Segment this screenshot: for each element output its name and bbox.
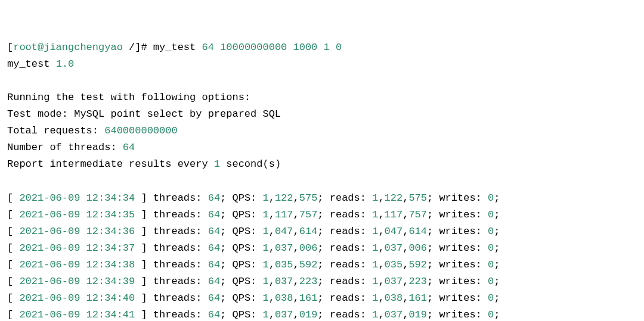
row-open-bracket: [ xyxy=(7,242,19,254)
row-reads-comma2: , xyxy=(402,276,408,287)
row-qps-part1: 1 xyxy=(263,242,269,254)
row-qps-part1: 1 xyxy=(263,292,269,304)
row-close-bracket: ] xyxy=(135,242,147,254)
row-qps-comma2: , xyxy=(293,276,299,287)
row-reads-part3: 161 xyxy=(408,292,427,304)
prompt-close-bracket: ]# xyxy=(135,42,153,53)
row-reads-comma2: , xyxy=(402,209,408,220)
row-qps-part2: 117 xyxy=(275,209,293,220)
program-version: 1.0 xyxy=(56,58,75,70)
row-end: ; xyxy=(494,192,500,204)
row-reads-part1: 1 xyxy=(372,292,378,304)
row-qps-comma2: , xyxy=(293,309,299,320)
row-reads-label: ; reads: xyxy=(317,226,372,237)
row-writes-label: ; writes: xyxy=(427,192,488,204)
row-end: ; xyxy=(494,226,500,237)
row-qps-label: ; QPS: xyxy=(220,309,262,320)
row-open-bracket: [ xyxy=(7,309,19,320)
row-threads-value: 64 xyxy=(208,259,220,270)
row-qps-part3: 575 xyxy=(299,192,318,204)
row-reads-part3: 575 xyxy=(408,192,427,204)
row-reads-part2: 035 xyxy=(385,259,403,270)
row-reads-part1: 1 xyxy=(372,226,378,237)
row-qps-label: ; QPS: xyxy=(220,209,262,220)
row-timestamp: 2021-06-09 12:34:34 xyxy=(19,192,135,204)
row-reads-comma2: , xyxy=(402,226,408,237)
row-reads-part1: 1 xyxy=(372,209,378,220)
row-reads-part2: 038 xyxy=(385,292,403,304)
row-threads-label: threads: xyxy=(147,192,208,204)
program-name: my_test xyxy=(7,58,56,70)
result-rows: [ 2021-06-09 12:34:34 ] threads: 64; QPS… xyxy=(7,190,637,321)
row-qps-comma2: , xyxy=(293,209,299,220)
row-reads-part1: 1 xyxy=(372,259,378,270)
row-qps-part3: 223 xyxy=(299,276,318,287)
row-reads-part3: 592 xyxy=(408,259,427,270)
row-writes-value: 0 xyxy=(488,309,494,320)
row-reads-label: ; reads: xyxy=(317,192,372,204)
row-open-bracket: [ xyxy=(7,259,19,270)
row-reads-label: ; reads: xyxy=(317,292,372,304)
row-reads-part3: 757 xyxy=(408,209,427,220)
row-reads-label: ; reads: xyxy=(317,276,372,287)
row-reads-part1: 1 xyxy=(372,276,378,287)
row-qps-part3: 592 xyxy=(299,259,318,270)
row-open-bracket: [ xyxy=(7,292,19,304)
row-reads-part3: 019 xyxy=(408,309,427,320)
row-timestamp: 2021-06-09 12:34:35 xyxy=(19,209,135,220)
interval-suffix: second(s) xyxy=(220,158,281,170)
row-threads-label: threads: xyxy=(147,209,208,220)
row-qps-part1: 1 xyxy=(263,226,269,237)
row-reads-comma1: , xyxy=(378,259,384,270)
row-reads-comma1: , xyxy=(378,209,384,220)
row-writes-label: ; writes: xyxy=(427,242,488,254)
row-reads-comma1: , xyxy=(378,276,384,287)
row-reads-part1: 1 xyxy=(372,309,378,320)
row-threads-value: 64 xyxy=(208,276,220,287)
row-reads-comma2: , xyxy=(402,259,408,270)
row-writes-value: 0 xyxy=(488,259,494,270)
row-close-bracket: ] xyxy=(135,292,147,304)
prompt-user-host: root@jiangchengyao xyxy=(13,42,129,53)
row-writes-value: 0 xyxy=(488,276,494,287)
row-qps-comma2: , xyxy=(293,242,299,254)
row-close-bracket: ] xyxy=(135,192,147,204)
row-writes-label: ; writes: xyxy=(427,259,488,270)
header-mode: Test mode: MySQL point select by prepare… xyxy=(7,108,281,120)
row-qps-part1: 1 xyxy=(263,259,269,270)
row-reads-comma1: , xyxy=(378,192,384,204)
row-qps-part2: 037 xyxy=(275,242,293,254)
row-qps-comma1: , xyxy=(269,276,275,287)
row-timestamp: 2021-06-09 12:34:37 xyxy=(19,242,135,254)
row-reads-label: ; reads: xyxy=(317,259,372,270)
row-qps-label: ; QPS: xyxy=(220,226,262,237)
row-reads-comma2: , xyxy=(402,192,408,204)
row-qps-comma2: , xyxy=(293,292,299,304)
row-qps-comma2: , xyxy=(293,259,299,270)
row-reads-part1: 1 xyxy=(372,242,378,254)
row-qps-comma1: , xyxy=(269,226,275,237)
row-reads-label: ; reads: xyxy=(317,242,372,254)
row-reads-comma1: , xyxy=(378,292,384,304)
result-row: [ 2021-06-09 12:34:40 ] threads: 64; QPS… xyxy=(7,292,500,304)
row-close-bracket: ] xyxy=(135,309,147,320)
row-writes-value: 0 xyxy=(488,192,494,204)
row-qps-part3: 006 xyxy=(299,242,318,254)
row-threads-label: threads: xyxy=(147,259,208,270)
row-timestamp: 2021-06-09 12:34:40 xyxy=(19,292,135,304)
row-end: ; xyxy=(494,276,500,287)
row-threads-label: threads: xyxy=(147,309,208,320)
row-qps-part2: 122 xyxy=(275,192,293,204)
row-reads-part3: 223 xyxy=(408,276,427,287)
interval-prefix: Report intermediate results every xyxy=(7,158,214,170)
row-open-bracket: [ xyxy=(7,276,19,287)
row-threads-label: threads: xyxy=(147,226,208,237)
row-reads-comma1: , xyxy=(378,309,384,320)
requests-label: Total requests: xyxy=(7,125,104,136)
row-qps-comma1: , xyxy=(269,209,275,220)
row-reads-part2: 047 xyxy=(385,226,403,237)
result-row: [ 2021-06-09 12:34:36 ] threads: 64; QPS… xyxy=(7,226,500,237)
row-timestamp: 2021-06-09 12:34:41 xyxy=(19,309,135,320)
row-threads-label: threads: xyxy=(147,292,208,304)
row-writes-label: ; writes: xyxy=(427,209,488,220)
